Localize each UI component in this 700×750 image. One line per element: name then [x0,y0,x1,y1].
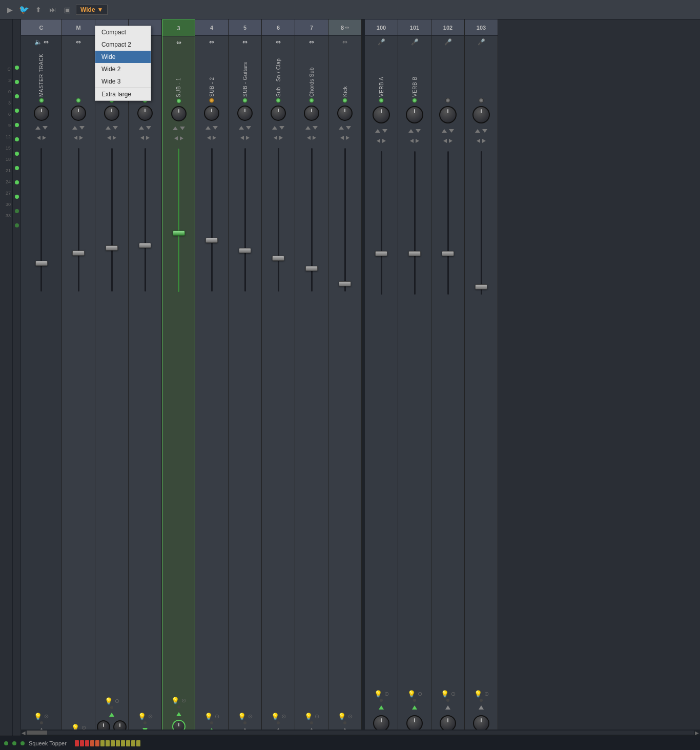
ch5-fader-thumb[interactable] [239,248,251,253]
master-fader-thumb[interactable] [35,261,48,266]
aux103-enable[interactable] [479,98,484,103]
ch2-knob[interactable] [137,106,153,121]
ch7-pan-down [313,126,318,130]
aux101-knob[interactable] [406,106,423,123]
aux103-route[interactable] [479,705,484,710]
view-mode-selector[interactable]: Wide ▼ [76,5,108,15]
vu-led-12 [15,223,19,227]
ch3-pan-left [174,136,178,140]
aux102-number: 102 [443,25,452,31]
ch8-fader-thumb[interactable] [339,281,351,286]
aux102-enable[interactable] [445,98,450,103]
ch3-route-up[interactable] [176,712,181,716]
ch8-enable[interactable] [342,98,347,103]
ch7-icon[interactable]: ⇔ [309,38,314,46]
scroll-right-arrow[interactable]: ▶ [694,730,700,736]
ch3-header: 3 [162,20,195,36]
ch2-fader-thumb[interactable] [139,243,151,248]
ch6-enable[interactable] [276,98,281,103]
ch2-pan [139,122,151,133]
aux102-route[interactable] [445,705,450,710]
ch8-icon[interactable]: ⇔ [342,38,347,46]
ch4-knob[interactable] [204,106,219,121]
aux100-pan [375,126,387,136]
ch8-knob[interactable] [337,106,353,121]
ch-m-fader-thumb[interactable] [72,251,85,256]
ch1-lr [107,133,116,143]
skip-button[interactable]: ⏭ [47,4,58,15]
ch5-send-lamp[interactable]: 💡 [238,713,246,720]
dropdown-item-wide3[interactable]: Wide 3 [95,75,151,88]
ch5-label: SUB - Guitars [242,48,248,97]
aux101-fader-thumb[interactable] [408,251,421,256]
ch6-send-lamp[interactable]: 💡 [271,713,279,720]
ch7-knob[interactable] [304,106,319,121]
aux101-send-lamp[interactable]: 💡 [407,690,416,698]
ch-m-knob[interactable] [71,106,86,121]
dropdown-item-wide2[interactable]: Wide 2 [95,63,151,75]
aux103-send-lamp[interactable]: 💡 [474,690,482,698]
ch4-icon[interactable]: ⇔ [209,38,214,46]
aux100-fader-thumb[interactable] [375,251,387,256]
ch1-fader-thumb[interactable] [106,245,118,251]
scroll-track[interactable] [27,731,694,735]
ch5-knob[interactable] [237,106,253,121]
ch5-enable[interactable] [242,98,248,103]
pin-button[interactable]: ⬆ [33,4,44,15]
bird-icon-button[interactable]: 🐦 [18,4,30,15]
ch1-knob[interactable] [104,106,119,121]
ch7-fader-thumb[interactable] [305,266,318,271]
master-stereo-icon[interactable]: ⇔ [44,38,49,46]
dropdown-item-extralarge[interactable]: Extra large [95,88,151,100]
status-led-2 [12,741,16,745]
aux100-knob[interactable] [373,106,390,123]
aux100-send-lamp[interactable]: 💡 [374,690,382,698]
master-enable-dot[interactable] [39,98,44,103]
dropdown-item-compact[interactable]: Compact [95,26,151,38]
aux102-knob[interactable] [439,106,457,123]
ch3-enable[interactable] [176,98,181,103]
aux101-enable[interactable] [412,98,417,103]
master-knob[interactable] [34,106,49,121]
ch6-icon[interactable]: ⇔ [276,38,281,46]
ch3-fader-thumb[interactable] [173,231,185,236]
aux103-fader-thumb[interactable] [475,284,487,289]
master-speaker-icon[interactable]: 🔈 [34,38,42,46]
dropdown-item-compact2[interactable]: Compact 2 [95,38,151,51]
ch-m-enable[interactable] [76,98,81,103]
view-toggle-button[interactable]: ▣ [61,4,73,15]
aux102-send-lamp[interactable]: 💡 [441,690,449,698]
ch5-icon[interactable]: ⇔ [242,38,248,46]
ch7-enable[interactable] [309,98,314,103]
ch3-fader-area [162,143,195,695]
ch4-send-lamp[interactable]: 💡 [204,713,213,720]
ch6-fader-thumb[interactable] [272,256,284,261]
ch8-pan-left [340,136,344,140]
dropdown-item-wide[interactable]: Wide [95,51,151,63]
ch3-send-lamp[interactable]: 💡 [171,697,179,704]
ch2-fader-rail [145,148,146,291]
channel-8-kick: 8 ⇔ ⇔ Kick [328,19,362,736]
ch4-enable[interactable] [209,98,214,103]
ch8-send-lamp[interactable]: 💡 [338,713,346,720]
ch3-icon[interactable]: ⇔ [176,39,181,46]
ch4-fader-thumb[interactable] [205,238,218,243]
aux102-header: 102 [431,19,464,36]
aux101-route-up[interactable] [412,705,417,710]
scroll-thumb[interactable] [27,731,47,735]
ch7-send-lamp[interactable]: 💡 [304,713,313,720]
aux103-knob[interactable] [472,106,490,123]
ch2-send-lamp[interactable]: 💡 [138,713,146,720]
aux100-enable[interactable] [379,98,384,103]
ch-m-stereo-icon[interactable]: ⇔ [76,38,81,46]
aux100-route-up[interactable] [379,705,384,710]
aux102-fader-thumb[interactable] [442,251,454,256]
ch1-send-lamp[interactable]: 💡 [105,697,113,705]
aux100-fader-rail [381,151,382,295]
ch6-knob[interactable] [271,106,286,121]
master-send-lamp[interactable]: 💡 [34,713,42,720]
play-button[interactable]: ▶ [4,4,15,15]
ch1-route-up[interactable] [109,713,114,717]
ch3-knob[interactable] [171,106,187,121]
scroll-left-arrow[interactable]: ◀ [20,730,27,736]
